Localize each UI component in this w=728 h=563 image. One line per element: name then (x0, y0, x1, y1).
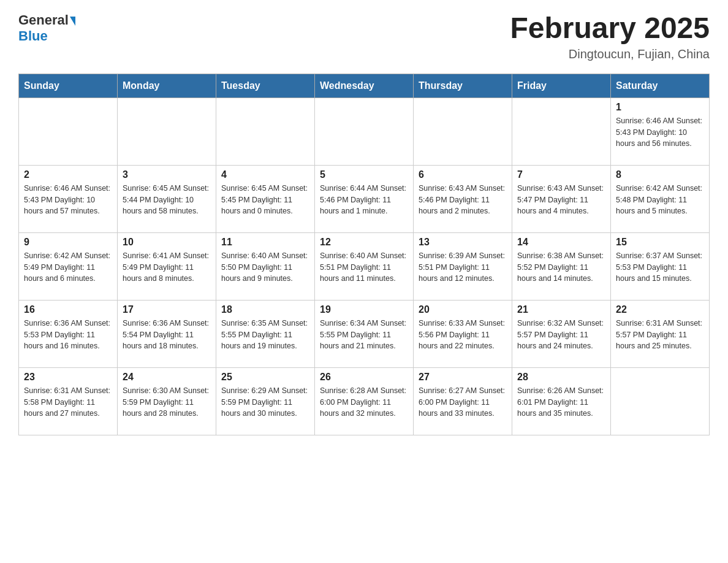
day-info: Sunrise: 6:46 AM Sunset: 5:43 PM Dayligh… (616, 115, 704, 150)
month-title: February 2025 (510, 12, 710, 45)
weekday-header-friday: Friday (512, 74, 611, 98)
week-row-1: 1Sunrise: 6:46 AM Sunset: 5:43 PM Daylig… (19, 98, 710, 165)
calendar-cell (216, 98, 315, 165)
day-number: 13 (419, 237, 507, 248)
weekday-header-tuesday: Tuesday (216, 74, 315, 98)
day-info: Sunrise: 6:28 AM Sunset: 6:00 PM Dayligh… (320, 385, 408, 419)
calendar-cell: 2Sunrise: 6:46 AM Sunset: 5:43 PM Daylig… (19, 165, 118, 232)
day-info: Sunrise: 6:32 AM Sunset: 5:57 PM Dayligh… (517, 318, 605, 352)
day-info: Sunrise: 6:36 AM Sunset: 5:53 PM Dayligh… (24, 318, 112, 352)
day-info: Sunrise: 6:31 AM Sunset: 5:57 PM Dayligh… (616, 318, 704, 352)
day-info: Sunrise: 6:45 AM Sunset: 5:45 PM Dayligh… (221, 183, 309, 217)
weekday-header-sunday: Sunday (19, 74, 118, 98)
calendar-cell: 26Sunrise: 6:28 AM Sunset: 6:00 PM Dayli… (315, 367, 414, 435)
day-number: 20 (419, 304, 507, 315)
calendar-cell: 13Sunrise: 6:39 AM Sunset: 5:51 PM Dayli… (414, 232, 512, 300)
day-number: 28 (517, 372, 605, 383)
day-number: 5 (320, 169, 408, 180)
day-number: 4 (221, 169, 309, 180)
title-section: February 2025 Dingtoucun, Fujian, China (510, 12, 710, 61)
day-info: Sunrise: 6:33 AM Sunset: 5:56 PM Dayligh… (419, 318, 507, 352)
location-text: Dingtoucun, Fujian, China (510, 47, 710, 61)
day-number: 7 (517, 169, 605, 180)
day-number: 25 (221, 372, 309, 383)
week-row-4: 16Sunrise: 6:36 AM Sunset: 5:53 PM Dayli… (19, 300, 710, 367)
day-number: 12 (320, 237, 408, 248)
day-info: Sunrise: 6:43 AM Sunset: 5:47 PM Dayligh… (517, 183, 605, 217)
day-number: 16 (24, 304, 112, 315)
calendar-cell: 9Sunrise: 6:42 AM Sunset: 5:49 PM Daylig… (19, 232, 118, 300)
day-number: 3 (123, 169, 211, 180)
day-info: Sunrise: 6:34 AM Sunset: 5:55 PM Dayligh… (320, 318, 408, 352)
day-info: Sunrise: 6:27 AM Sunset: 6:00 PM Dayligh… (419, 385, 507, 419)
day-info: Sunrise: 6:40 AM Sunset: 5:50 PM Dayligh… (221, 250, 309, 285)
day-info: Sunrise: 6:44 AM Sunset: 5:46 PM Dayligh… (320, 183, 408, 217)
calendar-cell: 20Sunrise: 6:33 AM Sunset: 5:56 PM Dayli… (414, 300, 512, 367)
calendar-cell: 16Sunrise: 6:36 AM Sunset: 5:53 PM Dayli… (19, 300, 118, 367)
day-number: 27 (419, 372, 507, 383)
calendar-cell: 17Sunrise: 6:36 AM Sunset: 5:54 PM Dayli… (118, 300, 216, 367)
calendar-cell (315, 98, 414, 165)
logo-general-text: General (18, 12, 69, 28)
calendar-cell: 25Sunrise: 6:29 AM Sunset: 5:59 PM Dayli… (216, 367, 315, 435)
day-info: Sunrise: 6:37 AM Sunset: 5:53 PM Dayligh… (616, 250, 704, 285)
day-number: 6 (419, 169, 507, 180)
weekday-header-wednesday: Wednesday (315, 74, 414, 98)
week-row-2: 2Sunrise: 6:46 AM Sunset: 5:43 PM Daylig… (19, 165, 710, 232)
calendar-cell: 22Sunrise: 6:31 AM Sunset: 5:57 PM Dayli… (611, 300, 710, 367)
day-number: 26 (320, 372, 408, 383)
weekday-header-row: SundayMondayTuesdayWednesdayThursdayFrid… (19, 74, 710, 98)
day-info: Sunrise: 6:31 AM Sunset: 5:58 PM Dayligh… (24, 385, 112, 419)
day-info: Sunrise: 6:36 AM Sunset: 5:54 PM Dayligh… (123, 318, 211, 352)
calendar-cell: 8Sunrise: 6:42 AM Sunset: 5:48 PM Daylig… (611, 165, 710, 232)
day-number: 19 (320, 304, 408, 315)
calendar-cell (19, 98, 118, 165)
week-row-3: 9Sunrise: 6:42 AM Sunset: 5:49 PM Daylig… (19, 232, 710, 300)
calendar-cell: 6Sunrise: 6:43 AM Sunset: 5:46 PM Daylig… (414, 165, 512, 232)
week-row-5: 23Sunrise: 6:31 AM Sunset: 5:58 PM Dayli… (19, 367, 710, 435)
calendar-cell (414, 98, 512, 165)
calendar-cell: 19Sunrise: 6:34 AM Sunset: 5:55 PM Dayli… (315, 300, 414, 367)
day-info: Sunrise: 6:41 AM Sunset: 5:49 PM Dayligh… (123, 250, 211, 285)
day-number: 2 (24, 169, 112, 180)
day-number: 15 (616, 237, 704, 248)
calendar-cell (118, 98, 216, 165)
day-number: 22 (616, 304, 704, 315)
calendar-cell: 27Sunrise: 6:27 AM Sunset: 6:00 PM Dayli… (414, 367, 512, 435)
day-number: 10 (123, 237, 211, 248)
day-info: Sunrise: 6:46 AM Sunset: 5:43 PM Dayligh… (24, 183, 112, 217)
day-info: Sunrise: 6:45 AM Sunset: 5:44 PM Dayligh… (123, 183, 211, 217)
day-info: Sunrise: 6:40 AM Sunset: 5:51 PM Dayligh… (320, 250, 408, 285)
calendar-cell (512, 98, 611, 165)
calendar-cell: 23Sunrise: 6:31 AM Sunset: 5:58 PM Dayli… (19, 367, 118, 435)
calendar-cell: 5Sunrise: 6:44 AM Sunset: 5:46 PM Daylig… (315, 165, 414, 232)
calendar-cell: 18Sunrise: 6:35 AM Sunset: 5:55 PM Dayli… (216, 300, 315, 367)
logo: General Blue (18, 12, 75, 44)
day-number: 23 (24, 372, 112, 383)
day-number: 17 (123, 304, 211, 315)
day-info: Sunrise: 6:43 AM Sunset: 5:46 PM Dayligh… (419, 183, 507, 217)
page-header: General Blue February 2025 Dingtoucun, F… (18, 12, 710, 61)
weekday-header-saturday: Saturday (611, 74, 710, 98)
weekday-header-thursday: Thursday (414, 74, 512, 98)
calendar-cell: 24Sunrise: 6:30 AM Sunset: 5:59 PM Dayli… (118, 367, 216, 435)
calendar-cell: 15Sunrise: 6:37 AM Sunset: 5:53 PM Dayli… (611, 232, 710, 300)
calendar-cell: 4Sunrise: 6:45 AM Sunset: 5:45 PM Daylig… (216, 165, 315, 232)
day-number: 14 (517, 237, 605, 248)
calendar-cell: 3Sunrise: 6:45 AM Sunset: 5:44 PM Daylig… (118, 165, 216, 232)
calendar-cell: 28Sunrise: 6:26 AM Sunset: 6:01 PM Dayli… (512, 367, 611, 435)
calendar-cell: 1Sunrise: 6:46 AM Sunset: 5:43 PM Daylig… (611, 98, 710, 165)
day-number: 1 (616, 102, 704, 113)
day-info: Sunrise: 6:42 AM Sunset: 5:48 PM Dayligh… (616, 183, 704, 217)
day-number: 24 (123, 372, 211, 383)
calendar-cell: 10Sunrise: 6:41 AM Sunset: 5:49 PM Dayli… (118, 232, 216, 300)
calendar-cell: 11Sunrise: 6:40 AM Sunset: 5:50 PM Dayli… (216, 232, 315, 300)
calendar-cell (611, 367, 710, 435)
day-info: Sunrise: 6:35 AM Sunset: 5:55 PM Dayligh… (221, 318, 309, 352)
calendar-cell: 21Sunrise: 6:32 AM Sunset: 5:57 PM Dayli… (512, 300, 611, 367)
day-info: Sunrise: 6:29 AM Sunset: 5:59 PM Dayligh… (221, 385, 309, 419)
day-info: Sunrise: 6:42 AM Sunset: 5:49 PM Dayligh… (24, 250, 112, 285)
calendar-table: SundayMondayTuesdayWednesdayThursdayFrid… (18, 74, 710, 435)
calendar-cell: 14Sunrise: 6:38 AM Sunset: 5:52 PM Dayli… (512, 232, 611, 300)
day-number: 9 (24, 237, 112, 248)
